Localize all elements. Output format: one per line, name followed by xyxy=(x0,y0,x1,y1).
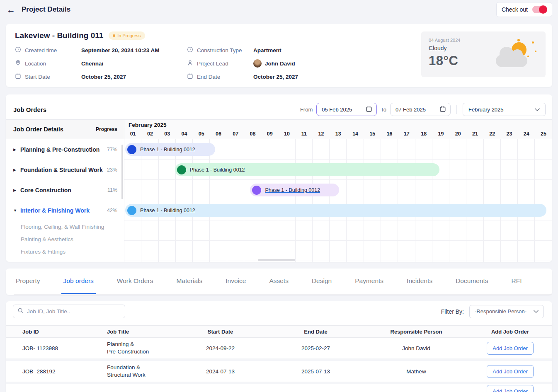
construction-type-value-text: Apartment xyxy=(253,47,281,53)
cell-job-id: JOB- 1123988 xyxy=(6,345,85,351)
gantt-bar[interactable]: Phase 1 - Building 0012 xyxy=(250,184,339,196)
created-time-label: Created time xyxy=(15,46,81,54)
tree-item-label: Interior & Finishing Work xyxy=(20,207,107,214)
responsible-person-dropdown[interactable]: -Responsible Person- xyxy=(469,305,544,318)
tree-subitem-painting-aesthetics[interactable]: Painting & Aesthetics xyxy=(6,233,124,245)
gantt-bar[interactable]: Phase 1 - Building 0012 xyxy=(175,163,439,176)
day-label-07: 07 xyxy=(227,129,244,139)
table-row: JOB- 288192Foundation & Structural Work2… xyxy=(6,361,552,384)
tree-item-label: Core Construction xyxy=(20,187,107,194)
add-job-order-button[interactable]: Add Job Order xyxy=(487,342,534,355)
check-out-toggle[interactable] xyxy=(532,6,547,13)
tree-item-foundation-structural-work[interactable]: ▶Foundation & Structural Work23% xyxy=(6,160,124,180)
month-select-value: February 2025 xyxy=(468,106,504,113)
status-badge: In Progress xyxy=(109,31,145,40)
check-out-control[interactable]: Check out xyxy=(496,2,552,17)
toggle-knob xyxy=(539,5,547,14)
tree-item-planning-pre-construction[interactable]: ▶Planning & Pre-Construction77% xyxy=(6,139,124,160)
tab-materials[interactable]: Materials xyxy=(174,269,204,294)
cell-end-date: 2025-07-13 xyxy=(267,368,364,375)
tab-incidents[interactable]: Incidents xyxy=(405,269,434,294)
day-header-row: 0102030405060708091011121314151617181920… xyxy=(124,129,552,139)
day-label-21: 21 xyxy=(466,129,483,139)
tree-item-interior-finishing-work[interactable]: ▼Interior & Finishing Work42% xyxy=(6,200,124,220)
weather-widget: 04 August 2024 Cloudy 18°C xyxy=(421,31,546,77)
day-label-22: 22 xyxy=(484,129,501,139)
clock-icon xyxy=(15,46,21,54)
tree-vertical-scrollbar[interactable] xyxy=(121,145,123,199)
gantt-bar-label[interactable]: Phase 1 - Building 0012 xyxy=(265,187,320,193)
tree-item-progress: 23% xyxy=(107,167,117,173)
day-label-06: 06 xyxy=(210,129,227,139)
chevron-down-icon xyxy=(534,308,539,315)
day-label-04: 04 xyxy=(176,129,193,139)
cloud-icon xyxy=(496,55,527,67)
tab-invoice[interactable]: Invoice xyxy=(223,269,248,294)
search-icon xyxy=(17,307,24,315)
start-date-label-text: Start Date xyxy=(25,74,50,80)
created-time-label-text: Created time xyxy=(25,47,57,53)
gantt-bar[interactable]: Phase 1 - Building 0012 xyxy=(125,143,215,156)
chevron-collapsed-icon[interactable]: ▶ xyxy=(13,188,20,192)
back-arrow-icon[interactable]: ← xyxy=(7,5,15,14)
tab-job-orders[interactable]: Job orders xyxy=(61,269,96,294)
add-job-order-button[interactable]: Add Job Order xyxy=(487,385,534,392)
column-header-job-id: Job ID xyxy=(6,329,85,335)
check-out-label: Check out xyxy=(502,6,528,13)
end-date-value-text: October 25, 2027 xyxy=(253,74,298,80)
cell-end-date: 2025-02-27 xyxy=(267,345,364,351)
tree-item-progress: 42% xyxy=(107,208,117,213)
filter-by-label: Filter By: xyxy=(441,308,464,315)
day-label-23: 23 xyxy=(501,129,518,139)
gantt-timeline: February 2025 01020304050607080910111213… xyxy=(124,120,552,262)
cell-start-date: 2024-09-22 xyxy=(174,345,267,351)
top-bar: ← Project Details Check out xyxy=(0,0,558,19)
tab-payments[interactable]: Payments xyxy=(353,269,386,294)
tab-rfi[interactable]: RFI xyxy=(509,269,524,294)
tab-assets[interactable]: Assets xyxy=(267,269,291,294)
tab-property[interactable]: Property xyxy=(14,269,42,294)
job-orders-card: Job Orders From 05 Feb 2025 To 07 Feb 20… xyxy=(6,94,552,262)
cell-start-date: 2024-07-13 xyxy=(174,368,267,375)
day-label-03: 03 xyxy=(159,129,176,139)
tree-item-core-construction[interactable]: ▶Core Construction11% xyxy=(6,180,124,200)
day-label-11: 11 xyxy=(296,129,313,139)
column-header-start-date: Start Date xyxy=(174,329,267,335)
clock-icon xyxy=(187,46,193,54)
from-label: From xyxy=(300,106,313,113)
from-date-input[interactable]: 05 Feb 2025 xyxy=(316,103,377,116)
chevron-expanded-icon[interactable]: ▼ xyxy=(13,208,20,213)
job-order-tree: ▶Planning & Pre-Construction77%▶Foundati… xyxy=(6,139,124,258)
chevron-collapsed-icon[interactable]: ▶ xyxy=(13,168,20,172)
gantt-bar-label: Phase 1 - Building 0012 xyxy=(140,147,195,152)
tab-design[interactable]: Design xyxy=(310,269,334,294)
construction-type-label-text: Construction Type xyxy=(197,47,242,53)
search-box[interactable] xyxy=(13,305,125,318)
cell-job-id: JOB- 288192 xyxy=(6,368,85,375)
day-label-16: 16 xyxy=(381,129,398,139)
to-date-input[interactable]: 07 Feb 2025 xyxy=(390,103,451,116)
end-date-label-text: End Date xyxy=(197,74,220,80)
timeline-month-label: February 2025 xyxy=(129,122,167,128)
month-select-dropdown[interactable]: February 2025 xyxy=(463,103,546,116)
tree-subitem-flooring-ceiling-wall-finishing[interactable]: Flooring, Ceiling, & Wall Finishing xyxy=(6,220,124,233)
day-label-24: 24 xyxy=(518,129,535,139)
tab-work-orders[interactable]: Work Orders xyxy=(115,269,155,294)
person-icon xyxy=(187,60,193,67)
tree-panel-header: Job Order Details xyxy=(13,126,63,133)
add-job-order-button[interactable]: Add Job Order xyxy=(487,365,534,378)
start-date-label: Start Date xyxy=(15,73,81,80)
gantt-bar[interactable]: Phase 1 - Building 0012 xyxy=(125,204,546,217)
section-tabs-card: PropertyJob ordersWork OrdersMaterialsIn… xyxy=(6,269,552,295)
tab-documents[interactable]: Documents xyxy=(454,269,490,294)
start-date-value-text: October 25, 2027 xyxy=(81,74,126,80)
calendar-icon xyxy=(439,106,446,114)
day-label-09: 09 xyxy=(261,129,278,139)
day-label-14: 14 xyxy=(347,129,364,139)
column-header-responsible-person: Responsible Person xyxy=(364,329,468,335)
gantt-horizontal-scrollbar[interactable] xyxy=(258,259,295,261)
chevron-collapsed-icon[interactable]: ▶ xyxy=(13,148,20,152)
tree-subitem-fixtures-fittings[interactable]: Fixtures & Fittings xyxy=(6,245,124,258)
search-input[interactable] xyxy=(27,308,121,315)
day-label-08: 08 xyxy=(244,129,261,139)
